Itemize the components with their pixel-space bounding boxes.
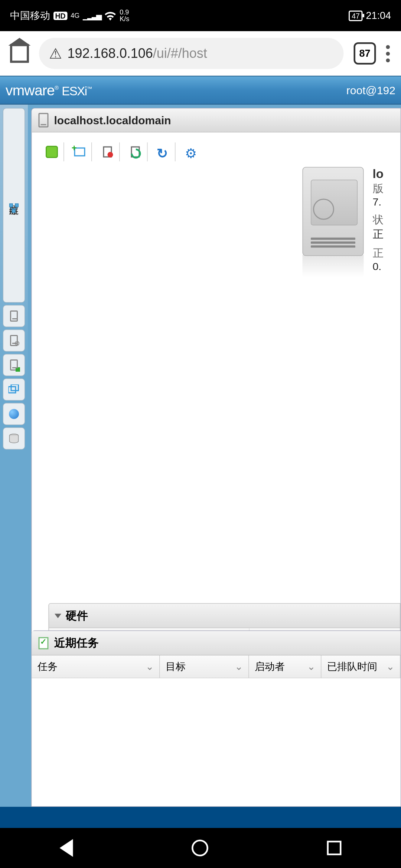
svg-rect-0 bbox=[10, 204, 13, 207]
url-path: /ui/#/host bbox=[153, 46, 207, 61]
col-target[interactable]: 目标⌄ bbox=[160, 655, 249, 678]
vcenter-button[interactable] bbox=[40, 142, 64, 161]
footer-bar bbox=[0, 807, 401, 828]
vcenter-icon bbox=[45, 146, 58, 158]
refresh-icon bbox=[157, 146, 169, 158]
svg-rect-1 bbox=[15, 204, 18, 207]
vmware-logo: vmware® ESXi™ bbox=[6, 82, 92, 99]
sidebar-vms-button[interactable] bbox=[3, 378, 25, 401]
sidebar-monitor-button[interactable] bbox=[3, 354, 25, 376]
recents-button[interactable] bbox=[327, 841, 342, 855]
chevron-down-icon: ⌄ bbox=[146, 661, 154, 673]
chevron-down-icon: ⌄ bbox=[386, 661, 395, 673]
tasks-body bbox=[32, 678, 401, 806]
reboot-icon bbox=[131, 147, 140, 158]
chevron-down-icon: ⌄ bbox=[235, 661, 243, 673]
wifi-icon bbox=[104, 11, 116, 21]
signal-icon: ▁▂▃▅ bbox=[83, 11, 101, 20]
col-initiator[interactable]: 启动者⌄ bbox=[249, 655, 322, 678]
shutdown-button[interactable] bbox=[95, 142, 120, 161]
host-icon bbox=[39, 113, 49, 128]
sidebar: 导航器 ⚙ bbox=[0, 105, 28, 807]
chevron-down-icon: ⌄ bbox=[307, 661, 316, 673]
hd-badge: HD bbox=[53, 11, 67, 20]
clock: 21:04 bbox=[366, 10, 391, 22]
sidebar-network-button[interactable] bbox=[3, 403, 25, 425]
host-summary: lo 版 7. 状 正 正 0. bbox=[32, 167, 401, 283]
tab-count-button[interactable]: 87 bbox=[354, 42, 376, 65]
recent-tasks-panel: 近期任务 任务⌄ 目标⌄ 启动者⌄ 已排队时间⌄ bbox=[31, 631, 401, 807]
battery-icon: 47 bbox=[349, 10, 363, 21]
carrier-label: 中国移动 bbox=[10, 9, 50, 22]
user-label[interactable]: root@192 bbox=[346, 84, 395, 97]
more-menu-icon[interactable] bbox=[381, 45, 396, 62]
hardware-header[interactable]: 硬件 bbox=[49, 604, 400, 628]
network-type: 4G bbox=[71, 12, 79, 20]
tasks-icon bbox=[39, 637, 49, 649]
sidebar-host-button[interactable] bbox=[3, 305, 25, 327]
tasks-header[interactable]: 近期任务 bbox=[32, 631, 401, 655]
gear-icon bbox=[185, 146, 197, 158]
insecure-icon: ⚠ bbox=[49, 45, 62, 62]
svg-rect-4 bbox=[11, 385, 19, 391]
tasks-columns: 任务⌄ 目标⌄ 启动者⌄ 已排队时间⌄ bbox=[32, 655, 401, 678]
browser-toolbar: ⚠ 192.168.0.106/ui/#/host 87 bbox=[0, 31, 401, 76]
hardware-title: 硬件 bbox=[66, 608, 88, 624]
android-nav bbox=[0, 828, 401, 868]
home-button[interactable] bbox=[192, 840, 208, 857]
sidebar-manage-button[interactable]: ⚙ bbox=[3, 329, 25, 352]
host-toolbar bbox=[32, 132, 401, 167]
android-status-bar: 中国移动 HD 4G ▁▂▃▅ 0.9 K/s 47 21:04 bbox=[0, 0, 401, 31]
create-vm-button[interactable] bbox=[68, 142, 92, 161]
back-button[interactable] bbox=[59, 839, 73, 857]
url-bar[interactable]: ⚠ 192.168.0.106/ui/#/host bbox=[39, 38, 344, 69]
panel-title-bar: localhost.localdomain bbox=[32, 109, 401, 133]
panel-title: localhost.localdomain bbox=[54, 114, 171, 127]
sidebar-storage-button[interactable] bbox=[3, 427, 25, 450]
refresh-button[interactable] bbox=[151, 142, 176, 161]
col-task[interactable]: 任务⌄ bbox=[32, 655, 160, 678]
server-image bbox=[303, 167, 364, 256]
host-info: lo 版 7. 状 正 正 0. bbox=[373, 167, 395, 277]
collapse-icon bbox=[55, 614, 61, 618]
url-host: 192.168.0.106 bbox=[68, 46, 153, 61]
reboot-button[interactable] bbox=[123, 142, 148, 161]
esxi-body: 导航器 ⚙ localhost.localdomain bbox=[0, 105, 401, 807]
esxi-header: vmware® ESXi™ root@192 bbox=[0, 76, 401, 105]
nav-tree-icon bbox=[9, 203, 19, 213]
tasks-title: 近期任务 bbox=[54, 635, 99, 651]
home-icon[interactable] bbox=[10, 44, 29, 63]
col-queued[interactable]: 已排队时间⌄ bbox=[322, 655, 401, 678]
svg-rect-3 bbox=[9, 387, 16, 393]
net-speed: 0.9 K/s bbox=[120, 9, 129, 22]
actions-button[interactable] bbox=[179, 142, 203, 161]
power-icon bbox=[103, 147, 112, 158]
create-vm-icon bbox=[74, 148, 85, 157]
navigator-tab[interactable]: 导航器 bbox=[3, 108, 25, 303]
